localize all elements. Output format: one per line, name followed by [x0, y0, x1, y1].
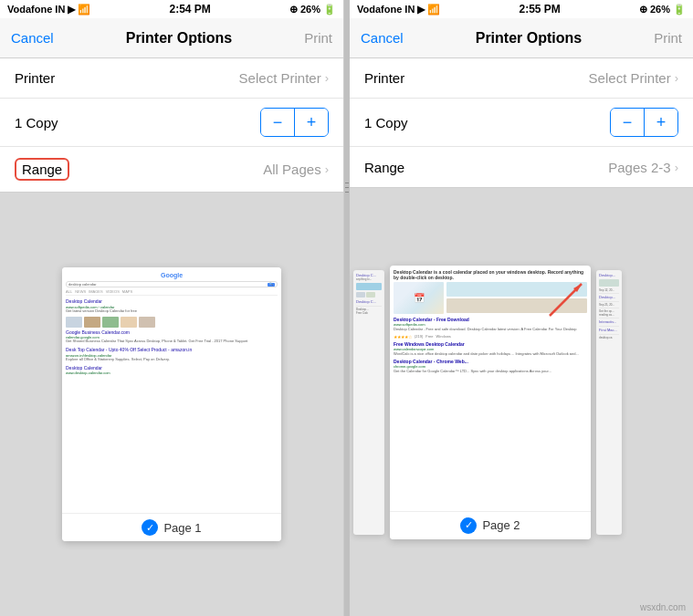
google-search-bar: desktop calendar 🔍 — [66, 281, 278, 287]
left-location-icon: ⊕ — [289, 4, 298, 16]
left-status-bar: Vodafone IN ▶ 📶 2:54 PM ⊕ 26% 🔋 — [0, 0, 343, 18]
left-print-button[interactable]: Print — [304, 30, 332, 46]
right-preview-area: Desktop C... anything to... Desktop C...… — [350, 188, 693, 616]
right-wifi-icon: 📶 — [427, 4, 440, 16]
left-wifi-icon: 📶 — [78, 4, 90, 16]
left-range-row[interactable]: Range All Pages › — [0, 147, 343, 192]
right-range-value-group: Pages 2-3 › — [608, 160, 678, 175]
mock-result-4: Desktop Calendar www.desktop-calendar.co… — [66, 365, 278, 376]
right-copy-label: 1 Copy — [364, 115, 408, 131]
left-range-label: Range — [15, 158, 69, 181]
left-stepper[interactable]: − + — [260, 108, 329, 137]
right-nav-title: Printer Options — [476, 30, 582, 47]
right-location-icon: ⊕ — [639, 4, 647, 16]
cal-rating-row: ★★★★☆ (219) Free Windows — [394, 334, 587, 339]
right-nav-bar: Cancel Printer Options Print — [350, 18, 693, 58]
google-nav-tabs: ALLNEWSIMAGESVIDEOSMAPS — [66, 289, 278, 296]
left-check-icon: ✓ — [142, 519, 158, 536]
right-printer-row[interactable]: Printer Select Printer › — [350, 58, 693, 99]
right-cancel-button[interactable]: Cancel — [361, 30, 404, 46]
left-preview-area: Google desktop calendar 🔍 ALLNEWSIMAGESV… — [0, 193, 343, 616]
right-device: Vodafone IN ▶ 📶 2:55 PM ⊕ 26% 🔋 Cancel P… — [350, 0, 693, 616]
left-printer-chevron: › — [325, 71, 329, 85]
left-plus-button[interactable]: + — [295, 109, 328, 136]
left-range-value-group: All Pages › — [263, 162, 329, 177]
left-range-value: All Pages — [263, 162, 320, 177]
right-battery-icon: 🔋 — [673, 4, 686, 16]
mock-img-4 — [121, 317, 137, 328]
right-status-left: Vodafone IN ▶ 📶 — [357, 4, 440, 16]
left-copy-row: 1 Copy − + — [0, 99, 343, 147]
left-carrier: Vodafone IN — [7, 4, 65, 15]
left-battery-label: 26% — [300, 4, 320, 15]
right-copy-row: 1 Copy − + — [350, 99, 693, 147]
right-minus-button[interactable]: − — [611, 109, 644, 136]
right-range-value: Pages 2-3 — [608, 160, 670, 175]
right-range-label: Range — [364, 160, 404, 175]
mock-result-1: Desktop Calendar www.softpedia.com › cal… — [66, 298, 278, 313]
left-printer-row[interactable]: Printer Select Printer › — [0, 58, 343, 99]
left-minus-button[interactable]: − — [261, 109, 294, 136]
right-page-number: Page 2 — [482, 518, 520, 532]
right-print-button[interactable]: Print — [654, 30, 682, 46]
left-battery-icon: 🔋 — [323, 4, 336, 16]
mock-img-5 — [139, 317, 155, 328]
right-range-row[interactable]: Range Pages 2-3 › — [350, 147, 693, 187]
right-carrier: Vodafone IN — [357, 4, 415, 15]
left-printer-value: Select Printer — [239, 70, 321, 86]
mock-img-3 — [102, 317, 119, 328]
mock-image-strip — [66, 317, 278, 328]
right-page-content: Desktop Calendar is a cool calendar plac… — [390, 266, 591, 511]
main-container: Vodafone IN ▶ 📶 2:54 PM ⊕ 26% 🔋 Cancel P… — [0, 0, 693, 616]
left-page-label: ✓ Page 1 — [62, 513, 281, 541]
left-cancel-button[interactable]: Cancel — [11, 30, 54, 46]
divider-line-3 — [345, 192, 349, 193]
divider-line-2 — [345, 187, 349, 188]
right-battery-label: 26% — [650, 4, 670, 15]
watermark: wsxdn.com — [640, 602, 686, 612]
mock-img-2 — [84, 317, 100, 328]
mock-img-1 — [66, 317, 82, 328]
google-logo: Google — [66, 271, 278, 279]
left-status-right: ⊕ 26% 🔋 — [289, 4, 336, 16]
left-nav-bar: Cancel Printer Options Print — [0, 18, 343, 58]
right-partial-left-page: Desktop C... anything to... Desktop C...… — [353, 270, 384, 535]
cal-main-img: 📅 — [394, 282, 444, 314]
mock-result-3: Desk Top Calendar - Upto 40% Off Select … — [66, 347, 278, 361]
right-page-label: ✓ Page 2 — [390, 511, 591, 539]
right-signal-icon: ▶ — [417, 4, 425, 16]
right-range-chevron: › — [675, 161, 678, 174]
right-time: 2:55 PM — [519, 3, 560, 16]
right-page-2-thumb: Desktop Calendar is a cool calendar plac… — [390, 266, 591, 539]
right-options: Printer Select Printer › 1 Copy − + Rang… — [350, 58, 693, 188]
right-printer-label: Printer — [364, 70, 404, 86]
left-page-number: Page 1 — [163, 521, 201, 535]
google-search-btn: 🔍 — [268, 283, 275, 287]
left-page-thumb: Google desktop calendar 🔍 ALLNEWSIMAGESV… — [62, 267, 281, 541]
cal-result-2: Free Windows Desktop Calendar www.calend… — [394, 341, 587, 356]
right-stepper[interactable]: − + — [610, 108, 678, 137]
left-range-chevron: › — [325, 162, 329, 176]
right-partial-right-page: Desktop... Sep 12, 20... Desktop... Sep … — [596, 270, 622, 535]
right-check-icon: ✓ — [460, 517, 477, 534]
cal-result-3: Desktop Calendar - Chrome Web... chrome.… — [394, 359, 587, 373]
right-printer-chevron: › — [675, 71, 678, 85]
left-page-content: Google desktop calendar 🔍 ALLNEWSIMAGESV… — [62, 267, 281, 513]
left-options: Printer Select Printer › 1 Copy − + Rang… — [0, 58, 343, 193]
mock-result-2: Google Business Calendar.com calendar.go… — [66, 329, 278, 344]
left-copy-label: 1 Copy — [15, 115, 58, 131]
left-nav-title: Printer Options — [126, 30, 232, 47]
left-printer-label: Printer — [15, 70, 55, 86]
left-time: 2:54 PM — [169, 3, 210, 16]
left-device: Vodafone IN ▶ 📶 2:54 PM ⊕ 26% 🔋 Cancel P… — [0, 0, 344, 616]
right-status-bar: Vodafone IN ▶ 📶 2:55 PM ⊕ 26% 🔋 — [350, 0, 693, 18]
left-printer-value-group: Select Printer › — [239, 70, 329, 86]
right-partial-right-content: Desktop... Sep 12, 20... Desktop... Sep … — [596, 270, 622, 342]
red-arrow-icon — [541, 279, 586, 325]
right-status-right: ⊕ 26% 🔋 — [639, 4, 686, 16]
right-partial-content: Desktop C... anything to... Desktop C...… — [353, 270, 384, 318]
left-signal-icon: ▶ — [68, 4, 75, 16]
right-printer-value: Select Printer — [589, 70, 671, 86]
left-status-left: Vodafone IN ▶ 📶 — [7, 4, 90, 16]
right-plus-button[interactable]: + — [645, 109, 677, 136]
